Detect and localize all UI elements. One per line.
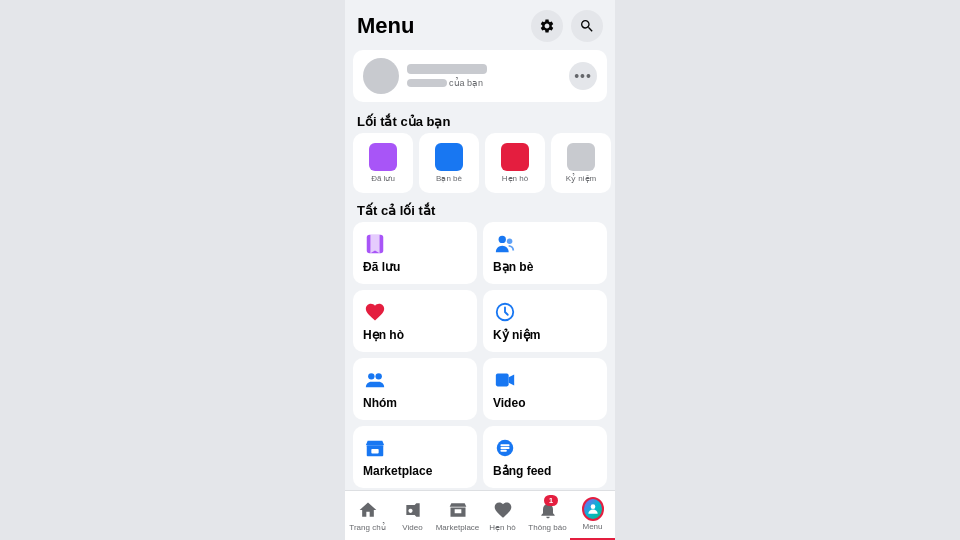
search-button[interactable]	[571, 10, 603, 42]
memories-icon	[493, 300, 517, 324]
shortcut-card-3[interactable]: Hẹn hò	[485, 133, 545, 193]
nav-item-marketplace[interactable]: Marketplace	[435, 491, 480, 540]
nav-avatar-icon	[582, 498, 604, 520]
svg-point-4	[368, 373, 374, 379]
tile-friends[interactable]: Bạn bè	[483, 222, 607, 284]
profile-banner[interactable]: của bạn •••	[353, 50, 607, 102]
saved-icon	[363, 232, 387, 256]
nav-label-notifications: Thông báo	[528, 523, 566, 532]
page-title: Menu	[357, 13, 414, 39]
svg-point-13	[408, 509, 412, 513]
friends-icon	[493, 232, 517, 256]
shortcut-icon-2	[435, 143, 463, 171]
tile-video[interactable]: Video	[483, 358, 607, 420]
settings-button[interactable]	[531, 10, 563, 42]
tile-groups-label: Nhóm	[363, 396, 467, 410]
more-dots-icon: •••	[574, 68, 592, 84]
shortcut-card-4[interactable]: Kỷ niệm	[551, 133, 611, 193]
nav-label-home: Trang chủ	[349, 523, 385, 532]
shortcut-card-2[interactable]: Bạn bè	[419, 133, 479, 193]
tile-friends-label: Bạn bè	[493, 260, 597, 274]
shortcut-icon-4	[567, 143, 595, 171]
svg-rect-8	[371, 449, 378, 454]
menu-header: Menu	[345, 0, 615, 46]
profile-sub-text: của bạn	[449, 78, 483, 88]
notification-badge: 1	[544, 495, 558, 506]
nav-item-home[interactable]: Trang chủ	[345, 491, 390, 540]
bottom-nav: Trang chủ Video Marke	[345, 490, 615, 540]
menu-screen: Menu	[345, 0, 615, 540]
nav-item-dating[interactable]: Hẹn hò	[480, 491, 525, 540]
tile-feed[interactable]: Bảng feed	[483, 426, 607, 488]
nav-item-menu[interactable]: Menu	[570, 491, 615, 540]
nav-heart-icon	[492, 499, 514, 521]
shortcut-label-4: Kỷ niệm	[566, 174, 596, 183]
nav-label-marketplace: Marketplace	[436, 523, 480, 532]
more-button[interactable]: •••	[569, 62, 597, 90]
nav-label-menu: Menu	[582, 522, 602, 531]
tile-video-label: Video	[493, 396, 597, 410]
nav-item-video[interactable]: Video	[390, 491, 435, 540]
tile-dating[interactable]: Hẹn hò	[353, 290, 477, 352]
profile-name	[407, 64, 487, 74]
feed-icon	[493, 436, 517, 460]
nav-label-video: Video	[402, 523, 422, 532]
search-icon	[579, 18, 595, 34]
profile-info: của bạn	[363, 58, 487, 94]
shortcuts-section-title: Lối tắt của bạn	[345, 106, 615, 133]
shortcut-card-1[interactable]: Đã lưu	[353, 133, 413, 193]
tile-memories-label: Kỷ niệm	[493, 328, 597, 342]
tile-feed-label: Bảng feed	[493, 464, 597, 478]
dating-icon	[363, 300, 387, 324]
user-avatar	[582, 497, 604, 521]
video-icon	[493, 368, 517, 392]
tile-saved[interactable]: Đã lưu	[353, 222, 477, 284]
svg-point-2	[507, 239, 512, 245]
shortcut-label-2: Bạn bè	[436, 174, 462, 183]
shortcut-label-3: Hẹn hò	[502, 174, 528, 183]
header-icons	[531, 10, 603, 42]
tile-memories[interactable]: Kỷ niệm	[483, 290, 607, 352]
gear-icon	[539, 18, 555, 34]
svg-rect-6	[496, 374, 509, 387]
shortcuts-grid: Đã lưu Bạn bè	[345, 222, 615, 488]
shortcut-icon-1	[369, 143, 397, 171]
shortcut-icon-3	[501, 143, 529, 171]
profile-sub-1	[407, 79, 447, 87]
profile-text: của bạn	[407, 64, 487, 88]
nav-video-icon	[402, 499, 424, 521]
nav-item-notifications[interactable]: 1 Thông báo	[525, 491, 570, 540]
home-icon	[357, 499, 379, 521]
svg-point-1	[499, 236, 506, 243]
svg-point-5	[375, 373, 381, 379]
nav-marketplace-icon	[447, 499, 469, 521]
shortcuts-row: Đã lưu Bạn bè Hẹn hò Kỷ niệm	[345, 133, 615, 193]
tile-groups[interactable]: Nhóm	[353, 358, 477, 420]
groups-icon	[363, 368, 387, 392]
svg-point-14	[590, 504, 595, 509]
marketplace-icon	[363, 436, 387, 460]
avatar	[363, 58, 399, 94]
tile-marketplace[interactable]: Marketplace	[353, 426, 477, 488]
tile-marketplace-label: Marketplace	[363, 464, 467, 478]
shortcut-label-1: Đã lưu	[371, 174, 395, 183]
all-shortcuts-title: Tất cả lối tắt	[345, 197, 615, 222]
nav-label-dating: Hẹn hò	[489, 523, 515, 532]
tile-saved-label: Đã lưu	[363, 260, 467, 274]
scroll-content: của bạn ••• Lối tắt của bạn Đã lưu	[345, 46, 615, 490]
tile-dating-label: Hẹn hò	[363, 328, 467, 342]
